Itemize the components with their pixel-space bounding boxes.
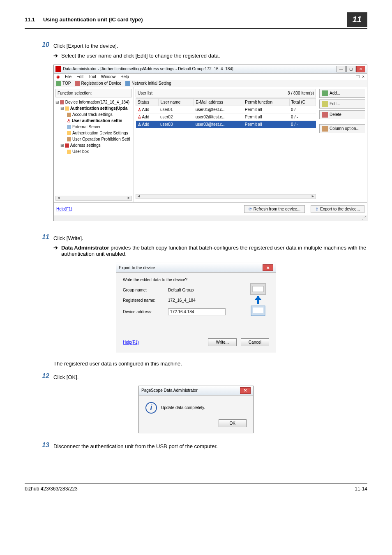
export-dialog: Export to the device ✕ Write the edited … — [116, 263, 276, 352]
section-number: 11.1 — [25, 16, 35, 23]
dialog-title: Export to the device — [119, 266, 155, 270]
step-number-12: 12 — [25, 372, 53, 382]
column-option-button[interactable]: Column option... — [319, 124, 365, 133]
arrow-icon: ➔ — [53, 53, 58, 59]
device-address-label: Device address: — [123, 310, 168, 314]
group-name-value: Default Group — [168, 288, 243, 292]
user-list-table[interactable]: Status User name E-Mail address Permit f… — [136, 98, 316, 128]
arrow-icon: ➔ — [53, 245, 58, 257]
add-icon — [322, 90, 328, 96]
mdi-minimize-button[interactable]: - — [352, 74, 353, 79]
info-message: Update data completely. — [161, 405, 205, 410]
device-icon — [60, 100, 64, 104]
registered-name-label: Registered name: — [123, 298, 168, 303]
table-row[interactable]: ♙Add user01user01@test.c...Permit all0 /… — [136, 106, 316, 113]
help-link[interactable]: Help(F1) — [123, 340, 139, 345]
step-number-10: 10 — [25, 41, 53, 50]
col-username[interactable]: User name — [159, 98, 194, 106]
footer-right: 11-14 — [355, 486, 367, 492]
group-name-label: Group name: — [123, 288, 168, 292]
step-11-post-text: The registered user data is configured i… — [53, 361, 367, 367]
registration-button[interactable]: Registration of Device — [75, 81, 121, 86]
col-email[interactable]: E-Mail address — [194, 98, 243, 106]
close-icon[interactable]: ✕ — [263, 264, 273, 271]
info-dialog: PageScope Data Administrator ✕ i Update … — [138, 386, 254, 433]
menu-help[interactable]: Help — [120, 74, 129, 79]
app-small-icon: ◉ — [56, 74, 60, 79]
menu-bar: ◉ File Edit Tool Window Help - ❐ × — [54, 74, 367, 80]
horizontal-scrollbar[interactable] — [55, 196, 132, 201]
menu-window[interactable]: Window — [101, 74, 116, 79]
minimize-button[interactable]: — — [337, 66, 346, 72]
window-title: Data Administrator - [Authentication set… — [63, 67, 233, 71]
table-row-selected[interactable]: ♙Add user03user03@test.c...Permit all0 /… — [136, 120, 316, 128]
write-button[interactable]: Write... — [208, 338, 236, 346]
col-total[interactable]: Total (C — [289, 98, 316, 106]
delete-icon — [322, 112, 328, 118]
function-tree[interactable]: ⊟ Device information(172_16_4_184) ⊟ Aut… — [55, 99, 132, 155]
col-status[interactable]: Status — [136, 98, 159, 106]
svg-rect-1 — [253, 286, 263, 292]
person-icon: ♙ — [138, 107, 141, 112]
top-button[interactable]: TOP — [56, 81, 71, 86]
step-text-13: Disconnect the authentication unit from … — [53, 442, 367, 451]
export-icon: ⇪ — [315, 207, 318, 211]
mdi-restore-button[interactable]: ❐ — [356, 74, 360, 79]
cancel-button[interactable]: Cancel — [241, 338, 269, 346]
svg-rect-3 — [253, 308, 263, 313]
column-icon — [322, 126, 328, 132]
info-icon: i — [145, 402, 157, 414]
step-text-10: Click [Export to the device]. — [53, 41, 367, 50]
mdi-close-button[interactable]: × — [362, 74, 364, 79]
person-icon: ♙ — [138, 115, 141, 119]
dialog-prompt: Write the edited data to the device? — [123, 278, 269, 282]
refresh-button[interactable]: ⟳Refresh from the device... — [244, 205, 305, 213]
step-number-11: 11 — [25, 234, 53, 243]
step-text-12: Click [OK]. — [53, 372, 367, 382]
device-illustration — [247, 282, 269, 319]
list-horizontal-scrollbar[interactable] — [136, 194, 316, 199]
col-permit[interactable]: Permit function — [243, 98, 289, 106]
menu-tool[interactable]: Tool — [88, 74, 96, 79]
menu-edit[interactable]: Edit — [76, 74, 83, 79]
resize-grip[interactable]: ⋰ — [54, 215, 367, 221]
page-footer: bizhub 423/363/283/223 11-14 — [25, 483, 367, 492]
footer-left: bizhub 423/363/283/223 — [25, 486, 78, 492]
help-link[interactable]: Help(F1) — [56, 207, 72, 211]
ok-button[interactable]: OK — [219, 419, 247, 427]
server-icon — [67, 125, 71, 129]
close-icon[interactable]: ✕ — [240, 387, 251, 394]
device-address-input[interactable]: 172.16.4.184 — [168, 308, 226, 315]
dialog-title: PageScope Data Administrator — [141, 388, 198, 393]
network-setting-button[interactable]: Network Initial Setting — [125, 81, 171, 86]
section-title: Using authentication unit (IC card type) — [43, 16, 143, 23]
menu-file[interactable]: File — [65, 74, 71, 79]
data-administrator-window: Data Administrator - [Authentication set… — [53, 65, 367, 221]
prohibition-icon — [67, 137, 71, 141]
item-count: 3 / 800 item(s) — [288, 91, 314, 95]
refresh-icon: ⟳ — [249, 207, 252, 211]
app-icon — [55, 66, 61, 72]
gear-icon — [67, 131, 71, 135]
step-number-13: 13 — [25, 442, 53, 451]
add-button[interactable]: Add... — [319, 89, 365, 98]
delete-button[interactable]: Delete — [319, 110, 365, 119]
registered-name-value: 172_16_4_184 — [168, 298, 243, 303]
edit-button[interactable]: Edit... — [319, 99, 365, 109]
address-icon — [65, 143, 69, 148]
close-button[interactable]: ✕ — [356, 66, 365, 72]
account-icon — [67, 113, 71, 117]
export-button[interactable]: ⇪Export to the device... — [311, 205, 364, 213]
function-selection-label: Function selection: — [55, 89, 132, 97]
page-header: 11.1 Using authentication unit (IC card … — [25, 12, 367, 29]
step-10-subtext: Select the user name and click [Edit] to… — [61, 53, 367, 59]
person-icon: ♙ — [67, 118, 71, 123]
maximize-button[interactable]: ▢ — [346, 66, 355, 72]
chapter-badge: 11 — [347, 12, 367, 27]
user-list-label: User list: — [138, 91, 154, 95]
table-row[interactable]: ♙Add user02user02@test.c...Permit all0 /… — [136, 113, 316, 120]
folder-icon — [65, 106, 69, 111]
edit-icon — [322, 101, 328, 107]
person-icon: ♙ — [138, 122, 141, 127]
box-icon — [67, 150, 71, 154]
